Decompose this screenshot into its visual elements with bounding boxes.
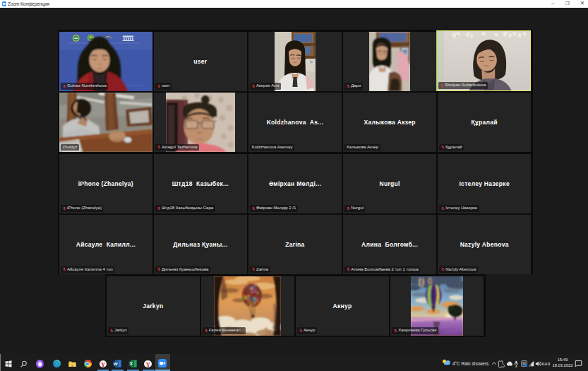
svg-text:W: W xyxy=(114,362,118,366)
svg-text:X: X xyxy=(130,361,133,366)
